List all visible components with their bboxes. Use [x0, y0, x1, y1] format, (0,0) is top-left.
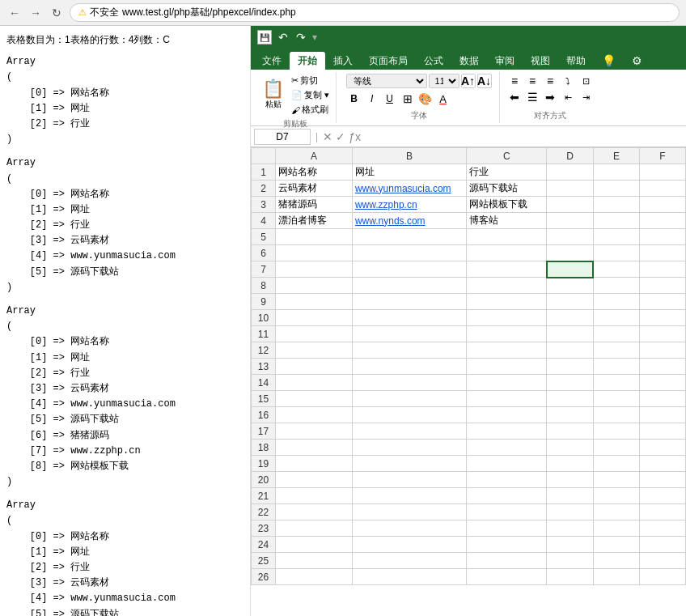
tab-data[interactable]: 数据 [451, 52, 487, 70]
table-cell[interactable] [593, 553, 639, 569]
table-cell[interactable] [547, 310, 593, 326]
col-header-a[interactable]: A [276, 148, 353, 164]
table-cell[interactable] [467, 440, 547, 456]
table-cell[interactable] [276, 326, 353, 342]
table-cell[interactable] [640, 423, 686, 440]
table-cell[interactable] [547, 456, 593, 472]
table-cell[interactable] [640, 278, 686, 294]
table-cell[interactable]: 猪猪源码 [276, 197, 353, 213]
table-cell[interactable] [467, 245, 547, 261]
table-cell[interactable] [640, 181, 686, 197]
table-cell[interactable] [593, 294, 639, 310]
table-cell[interactable] [352, 342, 466, 359]
save-icon[interactable]: 💾 [257, 30, 272, 45]
back-button[interactable]: ← [6, 5, 23, 21]
table-cell[interactable] [547, 488, 593, 504]
tab-extra2[interactable]: ⚙ [624, 52, 650, 70]
tab-file[interactable]: 文件 [254, 52, 290, 70]
table-cell[interactable] [640, 342, 686, 359]
copy-button[interactable]: 📄 复制 ▾ [290, 88, 331, 102]
table-cell[interactable] [593, 164, 639, 181]
tab-help[interactable]: 帮助 [558, 52, 594, 70]
table-cell[interactable] [467, 261, 547, 278]
table-cell[interactable] [593, 375, 639, 391]
table-cell[interactable] [547, 342, 593, 359]
table-cell[interactable] [276, 520, 353, 537]
table-cell[interactable] [276, 375, 353, 391]
tab-formula[interactable]: 公式 [416, 52, 451, 70]
table-cell[interactable] [547, 326, 593, 342]
table-cell[interactable]: 漂泊者博客 [276, 213, 353, 229]
table-cell[interactable] [547, 261, 593, 278]
col-header-f[interactable]: F [640, 148, 686, 164]
tab-layout[interactable]: 页面布局 [361, 52, 416, 70]
forward-button[interactable]: → [28, 5, 44, 21]
table-cell[interactable] [467, 537, 547, 553]
table-cell[interactable] [547, 229, 593, 245]
indent-increase-button[interactable]: ⇥ [578, 90, 594, 104]
table-cell[interactable] [352, 456, 466, 472]
table-cell[interactable] [467, 359, 547, 375]
table-cell[interactable] [547, 164, 593, 181]
table-cell[interactable] [352, 375, 466, 391]
table-cell[interactable] [467, 553, 547, 569]
col-header-b[interactable]: B [352, 148, 466, 164]
table-cell[interactable] [352, 520, 466, 537]
table-cell[interactable] [593, 407, 639, 423]
align-top-center-button[interactable]: ≡ [524, 74, 540, 88]
wrap-text-button[interactable]: ⤵ [560, 74, 576, 88]
table-cell[interactable] [547, 181, 593, 197]
table-cell[interactable]: 网站模板下载 [467, 197, 547, 213]
tab-home[interactable]: 开始 [290, 52, 325, 70]
table-cell[interactable] [547, 504, 593, 520]
cut-button[interactable]: ✂ 剪切 [290, 74, 331, 87]
table-cell[interactable] [276, 569, 353, 585]
table-cell[interactable] [593, 342, 639, 359]
table-cell[interactable] [640, 326, 686, 342]
table-cell[interactable] [593, 310, 639, 326]
table-cell[interactable] [352, 423, 466, 440]
table-cell[interactable] [640, 537, 686, 553]
align-left-button[interactable]: ⬅ [506, 90, 523, 104]
table-cell[interactable]: www.nynds.com [352, 213, 466, 229]
table-cell[interactable] [593, 229, 639, 245]
table-cell[interactable] [640, 440, 686, 456]
font-color-button[interactable]: A [435, 91, 451, 107]
table-cell[interactable] [640, 359, 686, 375]
align-center-button[interactable]: ☰ [524, 90, 540, 104]
table-cell[interactable] [276, 504, 353, 520]
table-cell[interactable] [467, 294, 547, 310]
table-cell[interactable] [276, 391, 353, 407]
table-cell[interactable] [547, 294, 593, 310]
italic-button[interactable]: I [364, 91, 380, 107]
table-cell[interactable] [593, 197, 639, 213]
increase-font-button[interactable]: A↑ [461, 74, 476, 88]
table-cell[interactable] [276, 294, 353, 310]
table-cell[interactable] [276, 440, 353, 456]
paste-button[interactable]: 📋 粘贴 [259, 79, 287, 112]
table-cell[interactable] [640, 375, 686, 391]
table-cell[interactable] [547, 537, 593, 553]
table-cell[interactable] [640, 569, 686, 585]
merge-button[interactable]: ⊡ [578, 74, 594, 88]
table-cell[interactable] [547, 245, 593, 261]
table-cell[interactable] [593, 261, 639, 278]
table-cell[interactable] [467, 456, 547, 472]
reload-button[interactable]: ↻ [49, 5, 65, 21]
table-cell[interactable] [593, 440, 639, 456]
bold-button[interactable]: B [346, 91, 362, 107]
table-cell[interactable] [352, 245, 466, 261]
table-cell[interactable] [276, 261, 353, 278]
align-right-button[interactable]: ➡ [542, 90, 558, 104]
table-cell[interactable] [640, 229, 686, 245]
table-cell[interactable] [593, 181, 639, 197]
table-cell[interactable] [352, 278, 466, 294]
format-painter-button[interactable]: 🖌 格式刷 [290, 103, 331, 117]
table-cell[interactable] [467, 407, 547, 423]
table-cell[interactable] [640, 197, 686, 213]
table-cell[interactable]: 云码素材 [276, 181, 353, 197]
table-cell[interactable] [593, 569, 639, 585]
table-cell[interactable] [276, 245, 353, 261]
tab-view[interactable]: 视图 [523, 52, 558, 70]
table-cell[interactable] [352, 294, 466, 310]
